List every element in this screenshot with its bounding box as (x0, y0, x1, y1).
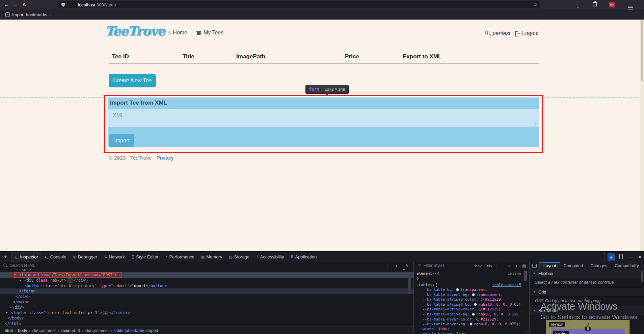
css-property[interactable]: margin-bottom: 1rem; (417, 332, 524, 334)
url-text[interactable]: localhost:8000/tees (78, 2, 116, 7)
css-property[interactable]: --bs-table-striped-color: #212529; (417, 297, 524, 302)
nav-link-my-tees[interactable]: My Tees (196, 30, 223, 36)
color-swatch-icon[interactable] (472, 293, 475, 296)
breadcrumb-item[interactable]: main.pb-3 (59, 328, 82, 333)
markup-line[interactable]: <button class="btn btn-primary" type="su… (0, 283, 413, 288)
color-swatch-icon[interactable] (456, 288, 459, 291)
markup-line[interactable]: ▼<form action="/Tees/Import" method="POS… (0, 272, 413, 278)
markup-line[interactable]: ▶<div class="mb-3">…</div> (0, 278, 413, 283)
color-swatch-icon[interactable] (476, 318, 479, 321)
import-bookmarks-button[interactable]: Import bookmarks... (12, 12, 51, 17)
menu-icon[interactable] (626, 1, 635, 8)
responsive-mode-icon[interactable] (618, 254, 624, 260)
sidebar-tab-changes[interactable]: Changes (587, 262, 611, 269)
sidebar-toggle-icon[interactable]: ▸ (530, 262, 540, 269)
devtools-addon-icon[interactable]: ◈ (608, 253, 615, 261)
breadcrumb-item[interactable]: table.table.table-striped (112, 328, 160, 333)
devtools-tab-accessibility[interactable]: ᛉAccessibility (253, 252, 287, 262)
pseudo-class-button[interactable]: :hov (474, 264, 482, 268)
boxmodel-margin-value[interactable]: 0 (546, 322, 629, 327)
bookmark-star-icon[interactable]: ☆ (533, 1, 537, 8)
privacy-link[interactable]: Privacy (157, 155, 174, 161)
class-button[interactable]: .cls (486, 264, 492, 268)
url-bar[interactable]: localhost:8000/tees ☆ (58, 1, 540, 8)
css-property[interactable]: width: 100%; (417, 327, 524, 332)
styles-scroll-down-icon[interactable]: ⌄ (523, 329, 528, 334)
devtools-tab-network[interactable]: ⇅Network (101, 252, 128, 262)
brand-logo[interactable]: TeeTrove (105, 24, 165, 38)
css-property[interactable]: --bs-table-striped-bg: rgba(0, 0, 0, 0.0… (417, 302, 524, 307)
eyedropper-icon[interactable]: ✎ (405, 263, 409, 268)
sidebar-tab-layout[interactable]: Layout (540, 262, 560, 269)
ublock-badge-icon[interactable]: UO (609, 2, 615, 7)
markup-line[interactable]: </main> (0, 299, 413, 305)
rule-table[interactable]: .table{ tables.scss:5 (417, 282, 524, 287)
collapsed-twisty-icon[interactable]: ▶ (6, 310, 8, 315)
boxmodel-border-region[interactable]: border 0 (551, 329, 625, 334)
markup-line[interactable]: <hr> (0, 269, 413, 272)
breadcrumb-item[interactable]: div.container (83, 328, 111, 333)
breadcrumb-item[interactable]: body (16, 328, 29, 333)
css-property[interactable]: --bs-table-active-color: #212529; (417, 307, 524, 312)
dark-theme-icon[interactable]: ◐ (515, 264, 518, 268)
add-node-icon[interactable]: + (395, 263, 398, 269)
back-icon[interactable]: ← (2, 0, 11, 9)
more-tools-icon[interactable]: ⋯ (627, 254, 634, 260)
markup-line[interactable]: ▶<footer class="footer text-muted px-3">… (0, 310, 413, 315)
sidebar-tab-computed[interactable]: Computed (560, 262, 587, 269)
expanded-twisty-icon[interactable]: ▼ (14, 272, 16, 278)
xml-textarea[interactable]: XML (108, 109, 539, 127)
devtools-tab-application[interactable]: ⠿Application (288, 252, 320, 262)
light-theme-icon[interactable]: ☼ (508, 264, 511, 268)
shield-icon[interactable] (61, 3, 65, 7)
flexbox-section-header[interactable]: ▼Flexbox (530, 269, 644, 278)
breadcrumb-item[interactable]: html (3, 328, 15, 333)
color-swatch-icon[interactable] (469, 323, 473, 326)
search-html-input[interactable]: Search HTML (10, 263, 35, 268)
textarea-resize-handle[interactable] (534, 122, 538, 126)
color-swatch-icon[interactable] (479, 308, 482, 311)
page-scrollbar[interactable] (640, 20, 644, 251)
grid-section-header[interactable]: ▼Grid (530, 288, 644, 297)
devtools-tab-memory[interactable]: ▦Memory (198, 252, 225, 262)
markup-scroll-up-icon[interactable]: ⌃ (401, 269, 407, 273)
pick-element-icon[interactable]: ⌖ (0, 252, 11, 262)
downloads-icon[interactable]: ↓ (574, 1, 582, 8)
sidebar-tab-compatibility[interactable]: Compatibility (611, 262, 643, 269)
extensions-icon[interactable] (591, 1, 599, 8)
import-submit-button[interactable]: Import (109, 134, 134, 147)
css-property[interactable]: --bs-table-bg: transparent; (417, 287, 524, 293)
devtools-tab-debugger[interactable]: ◎Debugger (70, 252, 101, 262)
filter-styles-input[interactable]: Filter Styles (423, 263, 445, 268)
reload-icon[interactable]: ↻ (20, 0, 29, 9)
color-swatch-icon[interactable] (481, 298, 484, 301)
color-swatch-icon[interactable] (474, 303, 477, 306)
stylesheet-link[interactable]: tables.scss:5 (492, 282, 521, 287)
markup-line[interactable]: </div> (0, 305, 413, 310)
styles-scrollbar[interactable] (524, 271, 527, 281)
boxmodel-border-value[interactable]: 0 (585, 327, 591, 331)
forward-icon[interactable]: → (11, 0, 20, 9)
logout-link[interactable]: Logout (515, 30, 539, 36)
boxmodel-section-header[interactable]: ▼Box Model (530, 306, 644, 315)
devtools-tab-inspector[interactable]: ▢Inspector (11, 252, 42, 262)
panel-divider[interactable] (529, 262, 530, 334)
devtools-tab-storage[interactable]: ▤Storage (225, 252, 253, 262)
page-info-icon[interactable] (70, 3, 73, 7)
markup-line[interactable]: </form> (0, 288, 413, 294)
devtools-tab-style-editor[interactable]: { }Style Editor (128, 252, 162, 262)
color-swatch-icon[interactable] (472, 313, 475, 316)
css-property[interactable]: --bs-table-hover-bg: rgba(0, 0, 0, 0.075… (417, 322, 524, 327)
panel-divider[interactable] (413, 262, 414, 334)
create-new-tee-button[interactable]: Create New Tee (109, 74, 156, 87)
nav-link-home[interactable]: ⌂Home (167, 30, 187, 36)
css-property[interactable]: --bs-table-accent-bg: transparent; (417, 293, 524, 298)
css-property[interactable]: --bs-table-active-bg: rgba(0, 0, 0, 0.1)… (417, 312, 524, 317)
close-devtools-icon[interactable]: × (637, 254, 643, 260)
devtools-tab-console[interactable]: ▸_Console (42, 252, 70, 262)
markup-line[interactable]: </div> (0, 294, 413, 299)
add-rule-icon[interactable]: + (501, 264, 503, 268)
markup-scrollbar[interactable] (408, 275, 411, 294)
boxmodel-margin-region[interactable]: margin 0 border 0 (546, 320, 629, 334)
print-media-icon[interactable]: ▤ (522, 263, 526, 268)
